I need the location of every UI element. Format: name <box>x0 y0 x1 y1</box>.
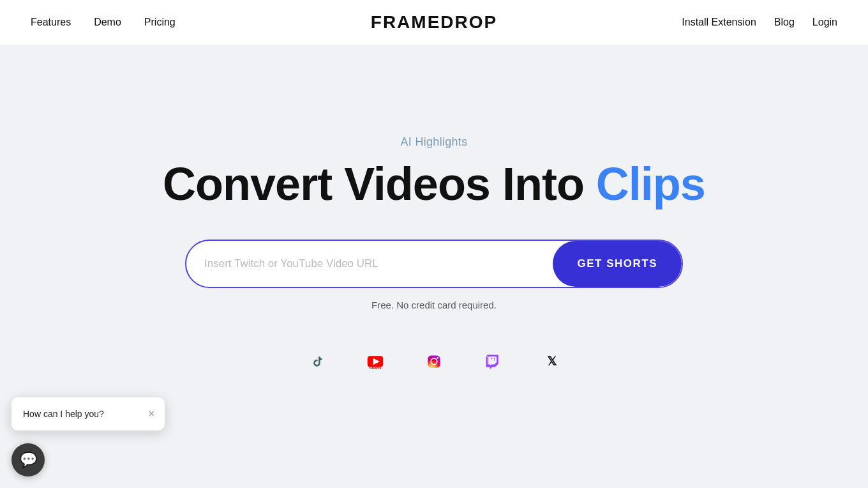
svg-point-9 <box>479 348 506 375</box>
twitch-icon[interactable] <box>470 339 516 385</box>
chat-bubble-icon: 💬 <box>20 452 37 468</box>
nav-left: Features Demo Pricing <box>31 17 176 28</box>
nav-link-blog[interactable]: Blog <box>774 17 795 28</box>
hero-title-plain: Convert Videos Into <box>163 158 596 210</box>
chat-bubble-button[interactable]: 💬 <box>11 443 45 477</box>
navbar: Features Demo Pricing FRAMEDROP Install … <box>0 0 868 45</box>
svg-text:𝕏: 𝕏 <box>547 355 557 368</box>
svg-text:Shorts: Shorts <box>369 365 382 370</box>
nav-link-pricing[interactable]: Pricing <box>144 17 176 28</box>
nav-link-features[interactable]: Features <box>31 17 71 28</box>
svg-rect-12 <box>493 358 495 361</box>
nav-right: Install Extension Blog Login <box>682 17 837 28</box>
get-shorts-button[interactable]: GET SHORTS <box>553 241 682 287</box>
platform-row: Shorts <box>294 339 574 385</box>
svg-point-8 <box>437 357 438 359</box>
chat-popup-text: How can I help you? <box>23 409 104 419</box>
nav-link-login[interactable]: Login <box>812 17 837 28</box>
url-input[interactable] <box>186 241 553 287</box>
url-input-row: GET SHORTS <box>185 240 683 288</box>
site-logo[interactable]: FRAMEDROP <box>371 12 497 33</box>
youtube-shorts-icon[interactable]: Shorts <box>352 339 398 385</box>
hero-subtitle: AI Highlights <box>401 135 468 149</box>
svg-rect-13 <box>491 358 492 361</box>
chat-popup-close-button[interactable]: × <box>149 409 154 419</box>
svg-point-0 <box>305 350 328 373</box>
hero-title-accent: Clips <box>596 158 705 210</box>
instagram-icon[interactable] <box>411 339 457 385</box>
hero-title: Convert Videos Into Clips <box>163 160 705 209</box>
chat-popup: How can I help you? × <box>11 397 165 431</box>
free-note: Free. No credit card required. <box>371 300 497 310</box>
svg-rect-6 <box>428 355 440 367</box>
tiktok-icon[interactable] <box>294 339 340 385</box>
twitter-x-icon[interactable]: 𝕏 <box>528 339 574 385</box>
nav-link-demo[interactable]: Demo <box>94 17 121 28</box>
nav-link-install-extension[interactable]: Install Extension <box>682 17 756 28</box>
